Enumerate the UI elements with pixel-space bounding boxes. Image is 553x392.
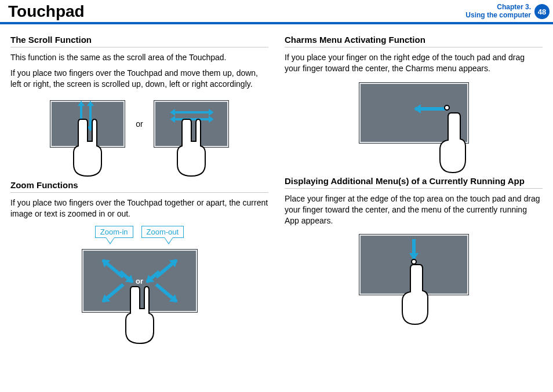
section-scroll: The Scroll Function This function is the… xyxy=(10,35,268,148)
fingertip-dot-icon xyxy=(444,105,450,111)
touchpad-charms-illustration xyxy=(359,82,469,144)
two-finger-hand-icon xyxy=(64,113,111,177)
arrow-swipe-down-icon xyxy=(412,239,416,259)
arrow-down-icon xyxy=(87,126,94,131)
section-zoom-p1: If you place two fingers over the Touchp… xyxy=(10,197,268,219)
two-finger-hand-icon xyxy=(117,281,163,345)
arrow-vertical-icon xyxy=(80,105,82,127)
right-column: Charms Menu Activating Function If you p… xyxy=(285,35,543,313)
section-app-menu-title: Displaying Additional Menu(s) of a Curre… xyxy=(285,176,543,189)
arrow-up-icon xyxy=(78,101,85,106)
section-scroll-p1: This function is the same as the scroll … xyxy=(10,52,268,63)
arrow-right-icon xyxy=(209,109,214,116)
zoom-in-callout: Zoom-in xyxy=(95,226,133,238)
arrow-diagonal-out-icon xyxy=(155,283,177,303)
fingertip-dot-icon xyxy=(411,259,417,265)
chapter-text: Chapter 3. Using the computer xyxy=(465,3,531,20)
arrow-horizontal-icon xyxy=(174,118,209,120)
arrow-up-icon xyxy=(87,101,94,106)
section-app-menu-p1: Place your finger at the edge of the top… xyxy=(285,193,543,226)
arrow-left-icon xyxy=(170,116,175,123)
arrow-swipe-left-icon xyxy=(415,107,445,111)
one-finger-hand-icon xyxy=(431,109,472,173)
arrow-diagonal-out-icon xyxy=(101,259,124,279)
arrow-diagonal-out-icon xyxy=(155,259,177,279)
app-menu-illustration-wrap xyxy=(285,234,543,295)
arrow-diagonal-out-icon xyxy=(101,283,124,303)
charms-illustration-wrap xyxy=(285,82,543,144)
two-finger-hand-icon xyxy=(168,113,214,177)
section-charms: Charms Menu Activating Function If you p… xyxy=(285,35,543,144)
zoom-out-callout: Zoom-out xyxy=(141,226,184,238)
touchpad-scroll-horizontal-illustration xyxy=(154,100,229,148)
arrow-right-icon xyxy=(209,116,214,123)
scroll-or-label: or xyxy=(136,119,143,129)
touchpad-zoom-illustration: or xyxy=(82,249,198,313)
page-number-badge: 48 xyxy=(534,4,550,19)
arrow-down-icon xyxy=(78,126,85,131)
one-finger-hand-icon xyxy=(394,261,434,325)
section-zoom-title: Zoom Functions xyxy=(10,180,268,193)
section-scroll-title: The Scroll Function xyxy=(10,35,268,47)
section-charms-p1: If you place your finger on the right ed… xyxy=(285,52,543,74)
arrow-horizontal-icon xyxy=(174,111,209,113)
arrow-left-icon xyxy=(170,109,175,116)
page-title: Touchpad xyxy=(8,2,85,21)
section-app-menu: Displaying Additional Menu(s) of a Curre… xyxy=(285,176,543,296)
touchpad-app-menu-illustration xyxy=(359,234,469,295)
content-columns: The Scroll Function This function is the… xyxy=(0,24,553,313)
chapter-block: Chapter 3. Using the computer 48 xyxy=(465,3,550,21)
chapter-line1: Chapter 3. xyxy=(465,3,531,12)
left-column: The Scroll Function This function is the… xyxy=(10,35,268,313)
zoom-or-label: or xyxy=(136,277,143,285)
chapter-line2: Using the computer xyxy=(465,12,531,20)
section-zoom: Zoom Functions If you place two fingers … xyxy=(10,180,268,313)
scroll-illustration-row: or xyxy=(10,100,268,148)
section-charms-title: Charms Menu Activating Function xyxy=(285,35,543,47)
page-header: Touchpad Chapter 3. Using the computer 4… xyxy=(0,0,553,24)
zoom-callouts: Zoom-in Zoom-out xyxy=(82,226,198,238)
arrow-vertical-icon xyxy=(89,105,92,127)
touchpad-scroll-vertical-illustration xyxy=(50,100,125,148)
section-scroll-p2: If you place two fingers over the Touchp… xyxy=(10,68,268,90)
zoom-illustration: Zoom-in Zoom-out or xyxy=(82,249,198,313)
